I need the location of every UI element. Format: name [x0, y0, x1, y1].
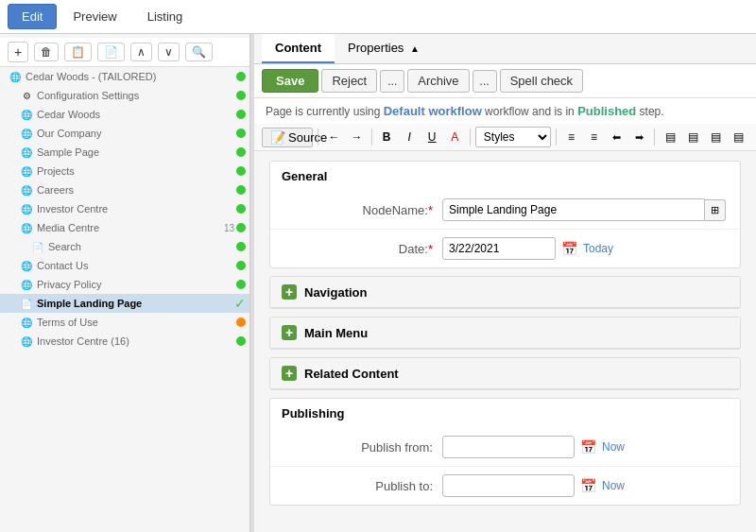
sidebar-paste-btn[interactable]: 📄: [97, 43, 125, 61]
status-badge: [236, 166, 246, 176]
bold-button[interactable]: B: [376, 128, 397, 146]
status-badge: [236, 91, 246, 100]
calendar-icon[interactable]: 📅: [580, 439, 596, 455]
tree-item-contact-us[interactable]: 🌐 Contact Us: [0, 256, 249, 275]
publishing-label: Publishing: [282, 406, 344, 420]
ul-button[interactable]: ≡: [560, 128, 581, 146]
align-center-button[interactable]: ▤: [682, 128, 703, 146]
main-layout: + 🗑 📋 📄 ∧ ∨ 🔍 🌐 Cedar Woods - (TAILORED)…: [0, 34, 756, 532]
tree-item-investor-centre[interactable]: 🌐 Investor Centre: [0, 199, 249, 218]
more2-button[interactable]: ...: [472, 70, 497, 93]
tree-item-projects[interactable]: 🌐 Projects: [0, 162, 249, 180]
general-section-header[interactable]: General: [270, 162, 740, 191]
tree-label: Media Centre: [37, 222, 222, 233]
tree-item-investor-16[interactable]: 🌐 Investor Centre (16): [0, 332, 249, 351]
tree-label: Investor Centre: [37, 203, 234, 215]
media-count: 13: [224, 223, 234, 233]
tree-item-privacy[interactable]: 🌐 Privacy Policy: [0, 275, 249, 294]
source-button[interactable]: 📝 Source: [262, 128, 313, 147]
sidebar-up-btn[interactable]: ∧: [130, 43, 152, 61]
sidebar-search-btn[interactable]: 🔍: [185, 43, 213, 61]
properties-tab[interactable]: Properties ▲: [335, 34, 433, 63]
content-tab-bar: Content Properties ▲: [254, 34, 756, 64]
tree-item-careers[interactable]: 🌐 Careers: [0, 180, 249, 199]
today-link[interactable]: Today: [583, 242, 613, 255]
status-badge: [236, 110, 246, 119]
publishfrom-input[interactable]: [442, 436, 575, 458]
italic-button[interactable]: I: [399, 128, 420, 146]
tree-item-our-company[interactable]: 🌐 Our Company: [0, 124, 249, 143]
expand-icon: +: [282, 366, 297, 381]
tree-item-sample-page[interactable]: 🌐 Sample Page: [0, 143, 249, 162]
sidebar-down-btn[interactable]: ∨: [158, 43, 180, 61]
underline-button[interactable]: U: [421, 128, 442, 146]
redo-button[interactable]: →: [346, 128, 367, 146]
save-button[interactable]: Save: [262, 69, 318, 93]
calendar-icon[interactable]: 📅: [561, 241, 577, 256]
date-group: 📅 Today: [442, 237, 613, 260]
publish-from-row: Publish from: 📅 Now: [270, 428, 740, 467]
styles-select[interactable]: Styles: [475, 127, 551, 147]
indent-more-button[interactable]: ➡: [628, 129, 649, 146]
sidebar-add-btn[interactable]: +: [8, 42, 28, 62]
navigation-section-header[interactable]: + Navigation: [270, 277, 740, 308]
archive-button[interactable]: Archive: [407, 69, 469, 93]
tree-item-simple-landing[interactable]: 📄 Simple Landing Page ✓: [0, 294, 249, 313]
align-right-button[interactable]: ▤: [705, 128, 726, 146]
tree-globe-icon: 🌐: [19, 334, 34, 349]
nodename-browse-btn[interactable]: ⊞: [705, 199, 726, 221]
now1-link[interactable]: Now: [602, 440, 625, 454]
content-tab[interactable]: Content: [262, 34, 335, 63]
status-badge: [236, 336, 246, 346]
status-badge: [236, 223, 246, 232]
tree-item-media-centre[interactable]: 🌐 Media Centre 13: [0, 218, 249, 237]
tree-item-search[interactable]: 📄 Search: [0, 237, 249, 256]
related-section-header[interactable]: + Related Content: [270, 358, 740, 389]
tree-label: Privacy Policy: [37, 279, 234, 290]
edit-tab[interactable]: Edit: [8, 4, 57, 29]
date-input[interactable]: [442, 237, 556, 260]
indent-less-button[interactable]: ⬅: [606, 129, 627, 146]
tree-label: Sample Page: [37, 146, 234, 158]
listing-tab[interactable]: Listing: [133, 4, 198, 29]
ol-button[interactable]: ≡: [583, 128, 604, 146]
nodename-label: NodeName:*: [282, 203, 433, 217]
nodename-input[interactable]: [442, 198, 705, 221]
navigation-section: + Navigation: [269, 276, 741, 309]
tree-label: Terms of Use: [37, 317, 234, 328]
sidebar-delete-btn[interactable]: 🗑: [34, 43, 59, 61]
now2-link[interactable]: Now: [602, 479, 625, 492]
mainmenu-section-header[interactable]: + Main Menu: [270, 317, 740, 349]
publishing-section-header[interactable]: Publishing: [270, 399, 740, 428]
date-row: Date:* 📅 Today: [270, 230, 740, 267]
tree-item-terms[interactable]: 🌐 Terms of Use: [0, 313, 249, 332]
workflow-link[interactable]: Default workflow: [384, 104, 482, 118]
tree-label: Projects: [37, 165, 234, 177]
format-toolbar: 📝 Source ← → B I U A Styles ≡ ≡ ⬅ ➡ ▤ ▤ …: [254, 124, 756, 151]
status-badge: [236, 204, 246, 214]
nodename-input-group: ⊞: [442, 198, 726, 221]
tree-item-cedar-woods-tailored[interactable]: 🌐 Cedar Woods - (TAILORED): [0, 67, 249, 86]
publishto-group: 📅 Now: [442, 474, 625, 497]
justify-button[interactable]: ▤: [728, 128, 748, 146]
spellcheck-button[interactable]: Spell check: [500, 69, 583, 93]
status-badge: [236, 317, 246, 327]
calendar-icon[interactable]: 📅: [580, 478, 596, 493]
tree-item-config[interactable]: ⚙ Configuration Settings: [0, 86, 249, 105]
preview-tab[interactable]: Preview: [59, 4, 130, 29]
more1-button[interactable]: ...: [380, 70, 404, 93]
font-color-button[interactable]: A: [444, 128, 465, 146]
tree-globe-icon: 🌐: [19, 126, 34, 141]
undo-button[interactable]: ←: [323, 128, 344, 146]
sidebar-copy-btn[interactable]: 📋: [64, 43, 92, 61]
form-content: General NodeName:* ⊞ Date:*: [254, 151, 756, 532]
workflow-step: Published: [577, 104, 636, 118]
content-panel: Content Properties ▲ Save Reject ... Arc…: [254, 34, 756, 532]
reject-button[interactable]: Reject: [321, 69, 377, 93]
tree-label: Cedar Woods - (TAILORED): [26, 71, 234, 82]
tree-item-cedar-woods[interactable]: 🌐 Cedar Woods: [0, 105, 249, 124]
tree-globe-icon: 🌐: [19, 182, 34, 197]
top-tab-bar: Edit Preview Listing: [0, 0, 756, 34]
publishto-input[interactable]: [442, 474, 575, 497]
align-left-button[interactable]: ▤: [660, 128, 680, 146]
